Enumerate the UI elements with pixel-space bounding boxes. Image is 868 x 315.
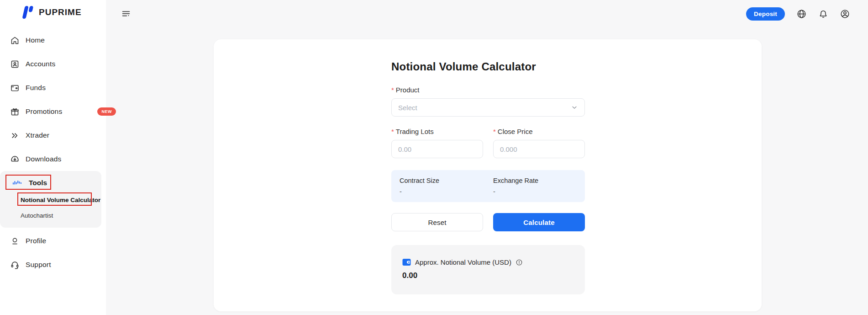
close-price-label: * Close Price: [493, 128, 585, 135]
sidebar-item-label: Accounts: [26, 60, 55, 68]
result-value: 0.00: [402, 271, 574, 280]
trading-lots-input[interactable]: [391, 140, 483, 158]
sidebar-item-tools[interactable]: Tools: [0, 174, 101, 192]
sidebar-item-label: Funds: [26, 84, 46, 92]
sidebar: PUPRIME Home Accounts: [0, 0, 106, 315]
sidebar-item-label: Support: [26, 261, 51, 269]
contract-size-label: Contract Size: [400, 177, 493, 184]
user-account-icon[interactable]: [840, 9, 850, 19]
exchange-rate-value: -: [493, 188, 585, 195]
sidebar-item-xtrader[interactable]: Xtrader: [0, 123, 106, 147]
sidebar-item-promotions[interactable]: Promotions NEW: [0, 100, 106, 123]
sidebar-item-funds[interactable]: Funds: [0, 76, 106, 100]
topbar-actions: Deposit: [746, 7, 850, 21]
wallet-icon: [10, 83, 20, 93]
chevron-down-icon: [571, 104, 578, 111]
contract-info-box: Contract Size - Exchange Rate -: [391, 170, 585, 202]
required-mark: *: [391, 128, 394, 135]
calculator-form: Notional Volume Calculator * Product Sel…: [391, 39, 585, 294]
exchange-rate-label: Exchange Rate: [493, 177, 585, 184]
id-card-icon: [10, 59, 20, 69]
required-mark: *: [391, 86, 394, 94]
headset-icon: [10, 260, 20, 270]
wallet-badge-icon: [402, 258, 411, 266]
language-globe-icon[interactable]: [796, 9, 807, 19]
deposit-button[interactable]: Deposit: [746, 7, 785, 21]
required-mark: *: [493, 128, 496, 135]
double-chevron-icon: [10, 131, 20, 140]
download-icon: [10, 155, 20, 164]
sidebar-item-accounts[interactable]: Accounts: [0, 52, 106, 76]
sidebar-item-home[interactable]: Home: [0, 28, 106, 52]
topbar: Deposit: [106, 0, 868, 27]
calculate-button[interactable]: Calculate: [493, 213, 585, 231]
sidebar-item-downloads[interactable]: Downloads: [0, 147, 106, 171]
sidebar-subitem-autochartist[interactable]: Autochartist: [0, 208, 101, 223]
tools-section: Tools Notional Volume Calculator Autocha…: [0, 171, 101, 228]
new-badge: NEW: [97, 107, 116, 116]
sidebar-item-label: Profile: [26, 237, 46, 245]
equalizer-bars-icon: [12, 179, 22, 187]
page-title: Notional Volume Calculator: [391, 60, 585, 73]
sidebar-subitem-notional-volume-calculator[interactable]: Notional Volume Calculator: [0, 192, 101, 208]
result-box: Approx. Notional Volume (USD) 0.00: [391, 245, 585, 294]
close-price-input[interactable]: [493, 140, 585, 158]
puprime-logo-icon: [21, 4, 34, 21]
product-select[interactable]: Select: [391, 98, 585, 117]
contract-size-value: -: [400, 188, 493, 195]
product-label: * Product: [391, 86, 585, 94]
info-circle-icon[interactable]: [516, 259, 523, 266]
reset-button[interactable]: Reset: [391, 213, 483, 231]
main-content: Deposit: [106, 0, 868, 315]
notifications-bell-icon[interactable]: [818, 9, 828, 19]
gift-icon: [10, 107, 20, 117]
home-icon: [10, 36, 20, 45]
sidebar-item-label: Xtrader: [26, 131, 49, 139]
sidebar-item-label: Downloads: [26, 155, 61, 163]
sidebar-item-label: Home: [26, 36, 45, 44]
sidebar-nav: Home Accounts Funds: [0, 28, 106, 277]
subitem-label: Autochartist: [21, 212, 53, 219]
brand-logo[interactable]: PUPRIME: [21, 4, 82, 21]
brand-name: PUPRIME: [39, 7, 82, 17]
product-select-placeholder: Select: [398, 104, 417, 112]
person-icon: [10, 236, 20, 246]
sidebar-item-profile[interactable]: Profile: [0, 229, 106, 253]
sidebar-item-label: Promotions: [26, 107, 62, 116]
sidebar-item-support[interactable]: Support: [0, 253, 106, 277]
trading-lots-label: * Trading Lots: [391, 128, 483, 135]
sidebar-item-label: Tools: [29, 179, 47, 187]
calculator-card: Notional Volume Calculator * Product Sel…: [214, 39, 762, 311]
subitem-label: Notional Volume Calculator: [21, 197, 100, 203]
result-label: Approx. Notional Volume (USD): [415, 258, 511, 266]
collapse-sidebar-icon[interactable]: [121, 9, 131, 19]
